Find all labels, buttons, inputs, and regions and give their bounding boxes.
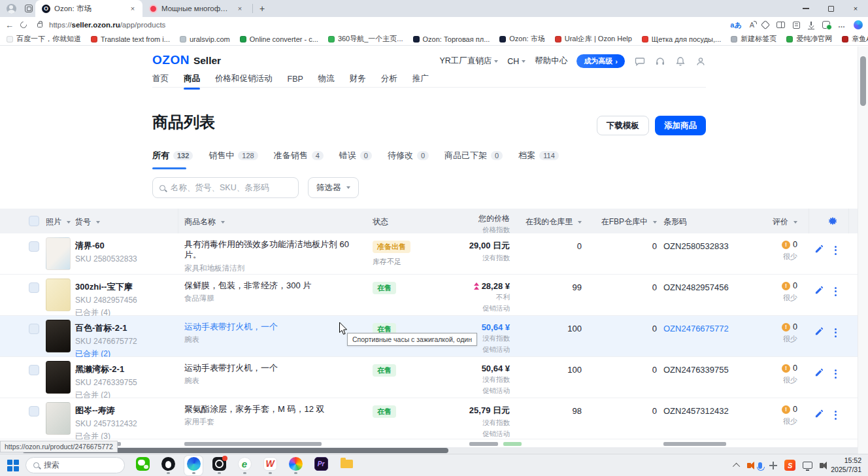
column-fbp-stock[interactable]: 在FBP仓库中 <box>592 216 657 228</box>
browser-profile-button[interactable] <box>5 2 18 15</box>
chat-button[interactable] <box>634 56 645 67</box>
support-button[interactable] <box>654 56 665 67</box>
price-value[interactable]: 50,64 ¥ <box>482 322 510 332</box>
product-row[interactable]: 300zhi--宝下摩 SKU 2482957456 已合并 (4) 保鲜膜，包… <box>0 275 858 316</box>
add-product-button[interactable]: 添加商品 <box>655 116 706 135</box>
row-checkbox[interactable] <box>29 282 39 293</box>
column-my-stock[interactable]: 在我的仓库里 <box>516 216 582 228</box>
row-menu-button[interactable] <box>835 287 837 296</box>
vertical-scrollbar[interactable] <box>858 46 868 454</box>
premiere-app-button[interactable]: Pr <box>312 456 330 475</box>
product-thumbnail[interactable] <box>46 320 71 352</box>
taskbar-search[interactable]: 搜索 <box>25 457 125 473</box>
price-value[interactable]: 50,64 ¥ <box>482 364 510 373</box>
promo-link[interactable]: 促销活动 <box>412 386 510 396</box>
help-center-link[interactable]: 帮助中心 <box>535 56 567 67</box>
filter-tab[interactable]: 准备销售 4 <box>274 150 324 169</box>
product-name[interactable]: 保鲜膜，包装，非常经济，300 片 <box>184 280 362 291</box>
edit-button[interactable] <box>814 409 824 421</box>
lock-icon[interactable] <box>37 23 42 27</box>
product-row[interactable]: 图岑--寿涛 SKU 2457312432 已合并 (3) 聚氨酯涂层，家务手套… <box>0 398 858 439</box>
ozon-seller-logo[interactable]: OZON Seller <box>152 53 221 67</box>
barcode-value[interactable]: OZN2580532833 <box>663 241 729 251</box>
new-tab-button[interactable]: + <box>256 2 269 15</box>
bookmark-item[interactable]: Translate text from i... <box>91 35 170 43</box>
filter-tab[interactable]: 所有 132 <box>152 150 193 169</box>
horizontal-scrollbar[interactable] <box>0 447 858 454</box>
restore-button[interactable] <box>818 0 843 17</box>
volume-icon[interactable] <box>820 463 824 468</box>
taskbar-clock[interactable]: 15:522025/7/31 <box>831 456 861 473</box>
edit-button[interactable] <box>814 367 824 380</box>
row-menu-button[interactable] <box>835 411 837 420</box>
edit-button[interactable] <box>814 244 824 256</box>
filter-tab[interactable]: 待修改 0 <box>388 150 429 169</box>
become-premium-button[interactable]: 成为高级› <box>576 54 625 68</box>
tab-close-icon[interactable]: × <box>128 4 137 13</box>
start-button[interactable] <box>7 459 20 472</box>
product-code[interactable]: 清界-60 <box>75 240 173 252</box>
row-menu-button[interactable] <box>835 246 837 255</box>
filter-tab[interactable]: 销售中 128 <box>209 150 258 169</box>
product-name[interactable]: 具有消毒作用的强效多功能清洁地板片剂 60 片。 <box>184 239 362 261</box>
wechat-app-button[interactable] <box>133 456 152 475</box>
column-photo[interactable]: 照片 <box>46 216 71 228</box>
row-menu-button[interactable] <box>835 369 837 379</box>
back-button[interactable]: ← <box>5 20 14 30</box>
download-template-button[interactable]: 下载模板 <box>597 116 649 135</box>
product-code[interactable]: 百色-首标-2-1 <box>75 322 173 334</box>
row-checkbox[interactable] <box>29 406 39 416</box>
file-explorer-button[interactable] <box>337 456 356 475</box>
bookmark-item[interactable]: Ozon: Торговая пл... <box>413 35 490 43</box>
language-selector[interactable]: CH <box>507 57 526 66</box>
product-name[interactable]: 运动手表带打火机，一个 <box>184 363 362 373</box>
promo-link[interactable]: 促销活动 <box>412 430 510 439</box>
edit-button[interactable] <box>814 326 824 339</box>
bookmark-item[interactable]: uralsvip.com <box>180 35 230 43</box>
product-thumbnail[interactable] <box>46 279 71 311</box>
table-settings-button[interactable] <box>827 216 838 228</box>
row-checkbox[interactable] <box>29 365 39 375</box>
filter-tab[interactable]: 档案 114 <box>518 150 559 169</box>
tab-workspaces-button[interactable] <box>22 2 35 15</box>
product-row[interactable]: 清界-60 SKU 2580532833 具有消毒作用的强效多功能清洁地板片剂 … <box>0 233 858 275</box>
row-menu-button[interactable] <box>835 328 837 337</box>
address-bar[interactable]: https://seller.ozon.ru/app/products <box>49 21 165 29</box>
edit-button[interactable] <box>814 285 824 298</box>
browser-menu-icon[interactable]: … <box>838 21 846 29</box>
read-aloud-icon[interactable]: A <box>750 21 754 29</box>
search-input[interactable]: 名称、货号、SKU、条形码 <box>152 177 299 198</box>
product-name[interactable]: 运动手表带打火机，一个 <box>184 322 362 332</box>
barcode-value[interactable]: OZN2482957456 <box>663 282 729 292</box>
sogou-input-icon[interactable]: S <box>784 460 795 471</box>
copilot-icon[interactable] <box>854 20 863 29</box>
bookmark-item[interactable]: 360导航_一个主页... <box>328 34 403 44</box>
column-item-code[interactable]: 货号 <box>75 216 100 228</box>
store-selector[interactable]: YR工厂直销店 <box>439 56 498 67</box>
wps-app-button[interactable]: W <box>261 456 279 475</box>
barcode-value[interactable]: OZN2476675772 <box>663 324 729 333</box>
price-value[interactable]: 25,79 日元 <box>469 405 510 416</box>
bookmark-item[interactable]: Ozon: 市场 <box>499 34 544 44</box>
ie-browser-button[interactable]: e <box>235 456 254 475</box>
browser-tab-ozon[interactable]: O Ozon: 市场 × <box>35 0 142 17</box>
row-checkbox[interactable] <box>29 241 39 252</box>
minimize-button[interactable] <box>793 0 818 17</box>
promo-link[interactable]: 促销活动 <box>412 304 510 313</box>
microphone-icon[interactable] <box>758 462 762 469</box>
barcode-value[interactable]: OZN2476339755 <box>663 365 729 375</box>
capture-icon[interactable] <box>769 462 777 469</box>
refresh-button[interactable] <box>19 20 28 29</box>
bookmark-item[interactable]: Online converter - c... <box>240 35 318 43</box>
product-row[interactable]: 黑濑湾标-2-1 SKU 2476339755 已合并 (2) 运动手表带打火机… <box>0 357 858 398</box>
bookmark-item[interactable]: Щетка для посуды,... <box>642 35 721 43</box>
bookmark-item[interactable]: 爱纯净官网 <box>786 34 832 44</box>
column-name[interactable]: 商品名称 <box>184 216 225 228</box>
color-wheel-app-button[interactable] <box>286 456 305 475</box>
bookmark-item[interactable]: Ural企库 | Ozon Help <box>555 34 632 44</box>
product-code[interactable]: 图岑--寿涛 <box>75 405 173 416</box>
price-value[interactable]: 28,28 ¥ <box>482 281 510 291</box>
row-checkbox[interactable] <box>29 324 39 334</box>
browser-tab-second[interactable]: Мощные многофункциональны × <box>142 0 250 17</box>
tray-expand-icon[interactable] <box>733 462 740 469</box>
